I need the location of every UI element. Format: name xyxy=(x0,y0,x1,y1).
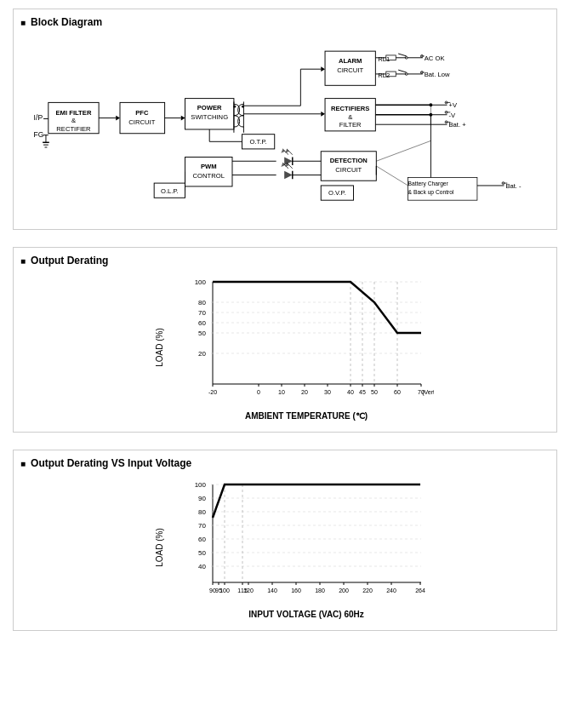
svg-text:50: 50 xyxy=(198,549,206,557)
svg-line-49 xyxy=(398,70,407,72)
svg-text:CIRCUIT: CIRCUIT xyxy=(337,66,363,74)
svg-point-82 xyxy=(502,182,504,185)
svg-text:220: 220 xyxy=(362,588,373,593)
svg-text:50: 50 xyxy=(198,330,206,337)
block-diagram-title: Block Diagram xyxy=(20,16,550,28)
svg-text:RECTIFIER: RECTIFIER xyxy=(56,125,91,133)
svg-text:ALARM: ALARM xyxy=(339,57,362,65)
svg-line-105 xyxy=(287,163,293,169)
svg-line-39 xyxy=(398,54,407,56)
output-derating-title: Output Derating xyxy=(20,255,550,267)
y-axis-label: LOAD (%) xyxy=(155,328,164,367)
block-diagram-section: Block Diagram I/P FG EMI FILTER & RECTIF… xyxy=(13,9,557,230)
svg-text:RL2: RL2 xyxy=(378,72,390,79)
svg-rect-87 xyxy=(185,157,232,186)
svg-rect-109 xyxy=(321,152,376,181)
svg-text:0: 0 xyxy=(257,389,260,395)
svg-rect-14 xyxy=(120,102,165,133)
output-derating-vs-input-section: Output Derating VS Input Voltage LOAD (%… xyxy=(13,450,557,631)
svg-text:& Back up Control: & Back up Control xyxy=(408,189,454,196)
svg-text:Bat. +: Bat. + xyxy=(448,121,466,129)
svg-text:I/P: I/P xyxy=(34,113,43,122)
svg-text:160: 160 xyxy=(291,588,301,593)
svg-marker-107 xyxy=(285,163,289,167)
svg-marker-13 xyxy=(116,116,120,121)
svg-text:40: 40 xyxy=(198,563,206,570)
output-derating-section: Output Derating LOAD (%) 100 80 70 60 50 xyxy=(13,247,557,433)
svg-line-97 xyxy=(287,149,293,155)
svg-text:FILTER: FILTER xyxy=(339,121,362,129)
y-axis-label-2: LOAD (%) xyxy=(155,528,164,567)
svg-line-96 xyxy=(282,149,288,155)
svg-point-40 xyxy=(405,56,408,59)
svg-text:RL1: RL1 xyxy=(378,55,390,63)
svg-text:40: 40 xyxy=(347,389,354,395)
svg-rect-55 xyxy=(325,99,375,131)
svg-marker-102 xyxy=(284,171,293,180)
svg-marker-99 xyxy=(285,149,289,153)
svg-text:70: 70 xyxy=(198,309,206,317)
block-diagram-canvas: I/P FG EMI FILTER & RECTIFIER PFC CIRCUI… xyxy=(20,35,556,222)
svg-text:EMI FILTER: EMI FILTER xyxy=(56,109,92,117)
svg-rect-112 xyxy=(321,186,353,200)
svg-text:O.L.P.: O.L.P. xyxy=(161,187,179,195)
svg-text:70: 70 xyxy=(198,522,206,530)
svg-point-24 xyxy=(233,106,236,108)
svg-text:20: 20 xyxy=(301,389,308,395)
output-derating-chart: 100 80 70 60 50 20 -20 0 10 xyxy=(179,273,434,410)
svg-rect-47 xyxy=(386,72,396,77)
svg-text:200: 200 xyxy=(339,588,349,593)
svg-text:10: 10 xyxy=(278,389,285,395)
svg-text:30: 30 xyxy=(324,389,331,395)
svg-rect-32 xyxy=(325,51,375,85)
svg-text:-V: -V xyxy=(448,112,456,119)
svg-point-64 xyxy=(445,101,447,104)
svg-text:+V: +V xyxy=(448,101,457,109)
svg-text:O.T.P.: O.T.P. xyxy=(249,138,266,146)
svg-text:90: 90 xyxy=(198,495,206,502)
svg-text:20: 20 xyxy=(198,350,206,358)
svg-text:FG: FG xyxy=(34,130,44,139)
svg-text:&: & xyxy=(348,113,352,121)
svg-marker-31 xyxy=(321,66,325,72)
svg-text:SWITCHING: SWITCHING xyxy=(191,113,228,121)
svg-text:POWER: POWER xyxy=(197,104,222,112)
svg-point-62 xyxy=(429,103,432,106)
svg-line-115 xyxy=(376,140,430,161)
svg-rect-83 xyxy=(242,135,274,149)
svg-text:100: 100 xyxy=(219,588,230,593)
svg-text:PWM: PWM xyxy=(201,163,217,170)
svg-text:Bat. -: Bat. - xyxy=(505,182,522,190)
svg-text:O.V.P.: O.V.P. xyxy=(328,189,346,197)
svg-marker-106 xyxy=(281,163,285,167)
svg-text:(Vertical): (Vertical) xyxy=(422,389,434,396)
svg-point-54 xyxy=(420,72,423,74)
x-axis-label-2: INPUT VOLTAGE (VAC) 60Hz xyxy=(179,610,434,619)
svg-text:80: 80 xyxy=(198,299,206,307)
svg-point-50 xyxy=(405,72,408,75)
svg-text:CONTROL: CONTROL xyxy=(193,172,225,180)
svg-text:PFC: PFC xyxy=(135,109,149,117)
output-derating-vs-input-title: Output Derating VS Input Voltage xyxy=(20,457,550,469)
svg-line-104 xyxy=(282,163,288,169)
svg-text:CIRCUIT: CIRCUIT xyxy=(128,118,155,126)
svg-text:AC OK: AC OK xyxy=(425,54,446,62)
svg-text:180: 180 xyxy=(315,588,325,593)
svg-text:60: 60 xyxy=(394,389,401,395)
svg-marker-27 xyxy=(321,112,325,117)
svg-text:80: 80 xyxy=(198,508,206,516)
svg-point-25 xyxy=(242,106,244,108)
svg-marker-94 xyxy=(284,157,293,165)
svg-rect-78 xyxy=(408,177,477,200)
svg-rect-90 xyxy=(154,183,185,198)
svg-point-74 xyxy=(445,121,447,123)
svg-text:240: 240 xyxy=(386,588,396,593)
svg-text:60: 60 xyxy=(198,536,206,543)
svg-text:CIRCUIT: CIRCUIT xyxy=(335,166,362,174)
svg-text:100: 100 xyxy=(195,278,207,286)
svg-rect-37 xyxy=(386,55,396,60)
svg-text:264: 264 xyxy=(415,588,425,593)
svg-text:&: & xyxy=(71,117,76,124)
svg-text:140: 140 xyxy=(267,588,277,593)
svg-text:100: 100 xyxy=(195,481,207,489)
